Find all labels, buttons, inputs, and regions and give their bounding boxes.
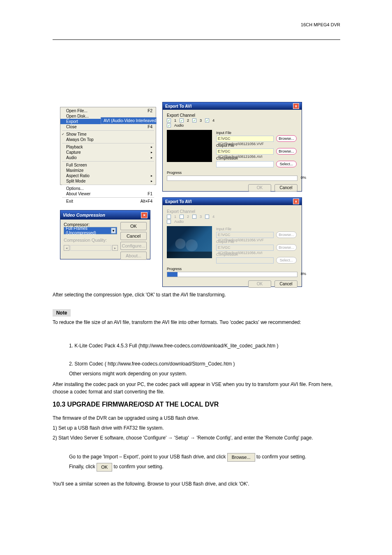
menu-options[interactable]: Options... <box>60 186 156 191</box>
compressor-combo[interactable]: Full Frames (Uncompressed) ▼ <box>64 227 117 234</box>
video-compression-dialog: Video Compression × Compressor: Full Fra… <box>60 210 150 259</box>
page-header: 16CH MPEG4 DVR <box>53 22 340 27</box>
select-button[interactable]: Select... <box>276 161 297 167</box>
compression-field <box>216 257 274 264</box>
preview-pane <box>167 226 212 258</box>
menu-label: Aspect Ratio <box>66 173 90 178</box>
channel-2-checkbox[interactable]: ✓ <box>180 118 184 123</box>
ch1: 1 <box>174 118 176 123</box>
body-text: After installing the codec pack on your … <box>53 381 340 395</box>
close-icon[interactable]: × <box>293 199 299 204</box>
compressor-value: Full Frames (Uncompressed) <box>66 226 111 235</box>
check-icon: ✓ <box>62 132 65 136</box>
export-channel-label: Export Channel <box>167 113 297 118</box>
progress-label: Progress <box>167 171 297 175</box>
export-submenu: AVI (Audio-Video Interleaved Files) <box>101 117 157 124</box>
compression-field[interactable] <box>216 161 274 167</box>
progress-percent: 8% <box>301 272 306 276</box>
channel-1-checkbox[interactable]: ✓ <box>167 118 171 123</box>
menu-open-file[interactable]: Open File... F2 <box>60 108 156 113</box>
submenu-arrow-icon: ▸ <box>151 179 152 183</box>
ch4: 4 <box>212 215 214 219</box>
menu-audio[interactable]: Audio ▸ <box>60 155 156 160</box>
ch1: 1 <box>174 215 176 219</box>
menu-capture[interactable]: Capture ▸ <box>60 150 156 155</box>
select-button: Select... <box>276 257 297 264</box>
dialog-title: Video Compression <box>63 213 105 217</box>
note-badge: Note <box>53 309 71 317</box>
menu-about-viewer[interactable]: About Viewer F1 <box>60 191 156 197</box>
progress-bar: 0% <box>167 176 297 181</box>
slider-left-icon: ◂ <box>64 245 69 251</box>
channel-4-checkbox[interactable]: ✓ <box>205 118 209 123</box>
menu-label: Full Screen <box>66 163 87 167</box>
channel-3-checkbox[interactable]: ✓ <box>192 118 196 123</box>
menu-label: About Viewer <box>66 192 90 196</box>
menu-accel: F1 <box>148 192 152 196</box>
menu-playback[interactable]: Playback ▸ <box>60 144 156 150</box>
menu-label: Open File... <box>66 109 88 113</box>
submenu-arrow-icon: ▸ <box>151 156 152 160</box>
export-avi-dialog-2: Export To AVI × Export Channel ✓1 ✓2 ✓3 … <box>162 197 302 287</box>
menu-label: Playback <box>66 145 83 149</box>
menu-aspect-ratio[interactable]: Aspect Ratio ▸ <box>60 173 156 178</box>
submenu-arrow-icon: ▸ <box>151 145 152 149</box>
body-text: Other versions might work depending on y… <box>69 370 340 377</box>
menu-close[interactable]: Close F4 <box>60 124 156 130</box>
cancel-button[interactable]: Cancel <box>274 184 297 192</box>
browse-input-button[interactable]: Browse... <box>276 135 297 142</box>
chevron-down-icon[interactable]: ▼ <box>111 228 116 234</box>
progress-bar: 8% <box>167 272 297 277</box>
menu-maximize[interactable]: Maximize <box>60 168 156 173</box>
menu-exit[interactable]: Exit Alt+F4 <box>60 199 156 204</box>
audio-label: Audio <box>174 220 184 224</box>
channel-3-checkbox: ✓ <box>192 215 196 219</box>
ok-button[interactable]: OK <box>97 463 112 472</box>
link-klite[interactable]: http://www.free-codecs.com/download/K_li… <box>140 343 276 349</box>
quality-label: Compression Quality: <box>64 238 118 243</box>
cancel-button[interactable]: Cancel <box>120 232 147 240</box>
menu-label: Export <box>66 119 78 124</box>
body-text: After selecting the compression type, cl… <box>53 291 340 298</box>
submenu-arrow-icon: ▸ <box>151 174 152 178</box>
ok-button: OK <box>248 280 271 288</box>
browse-input-button: Browse... <box>276 231 297 238</box>
body-text: 1. K-Lite Codec Pack 4.5.3 Full (http://… <box>69 342 340 349</box>
menu-split-mode[interactable]: Split Mode ▸ <box>60 178 156 184</box>
browse-output-button: Browse... <box>276 244 297 251</box>
browse-button[interactable]: Browse... <box>227 453 255 462</box>
menu-label: Close <box>66 125 77 129</box>
body-text: 2. Storm Codec ( http://www.free-codecs.… <box>69 360 340 368</box>
menu-label: Show Time <box>66 132 86 136</box>
audio-checkbox[interactable]: ✓ <box>167 123 171 127</box>
section-heading: 10.3 UPGRADE FIRMWARE/OSD AT THE LOCAL D… <box>53 400 219 409</box>
menu-full-screen[interactable]: Full Screen <box>60 162 156 168</box>
ch2: 2 <box>187 118 189 123</box>
channel-4-checkbox: ✓ <box>205 215 209 219</box>
browse-output-button[interactable]: Browse... <box>276 148 297 155</box>
dialog-title-bar: Video Compression × <box>60 210 150 220</box>
close-icon[interactable]: × <box>141 212 148 218</box>
output-file-field[interactable]: E:\VGC 4CH\backup\08121056.AVI <box>216 148 274 155</box>
cancel-button[interactable]: Cancel <box>274 280 297 288</box>
ok-button: OK <box>248 184 271 192</box>
close-icon[interactable]: × <box>293 103 299 109</box>
audio-label: Audio <box>174 123 184 127</box>
progress-fill <box>167 272 178 277</box>
input-file-field[interactable]: E:\VGC 4CH\backup\08121056.VVF <box>216 136 274 142</box>
slider-track <box>70 245 111 251</box>
ch2: 2 <box>187 215 189 219</box>
ch4: 4 <box>212 118 214 123</box>
menu-show-time[interactable]: ✓ Show Time <box>60 132 156 137</box>
ch3: 3 <box>200 215 202 219</box>
export-avi-dialog-1: Export To AVI × Export Channel ✓1 ✓2 ✓3 … <box>162 102 302 192</box>
channel-1-checkbox: ✓ <box>167 215 171 219</box>
menu-label: Audio <box>66 155 77 160</box>
submenu-arrow-icon: ▸ <box>151 150 152 154</box>
menu-always-on-top[interactable]: Always On Top <box>60 137 156 142</box>
progress-percent: 0% <box>301 176 306 180</box>
ok-button[interactable]: OK <box>120 222 147 230</box>
export-avi-item[interactable]: AVI (Audio-Video Interleaved Files) <box>101 118 156 124</box>
input-file-label: Input File <box>216 131 297 135</box>
output-file-field: E:\VGC 4CH\backup\08121056.AVI <box>216 245 274 251</box>
